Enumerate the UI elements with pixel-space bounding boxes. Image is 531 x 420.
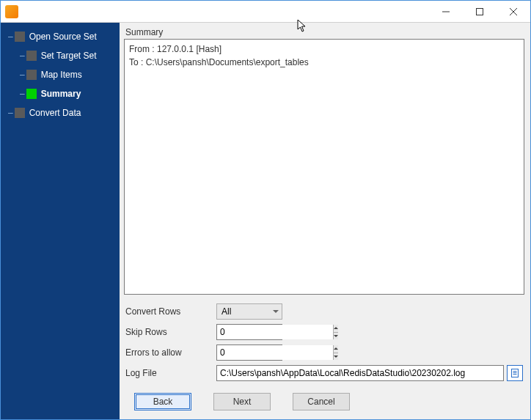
step-convert-data[interactable]: – Convert Data: [1, 103, 120, 122]
step-marker-icon: [26, 89, 37, 99]
document-icon: [510, 368, 520, 378]
step-open-source-set[interactable]: – Open Source Set: [1, 27, 120, 46]
convert-rows-select[interactable]: All: [216, 303, 282, 320]
summary-section-label: Summary: [125, 27, 524, 37]
browse-log-button[interactable]: [507, 365, 523, 381]
step-set-target-set[interactable]: – Set Target Set: [1, 46, 120, 65]
log-file-input[interactable]: [216, 365, 504, 381]
errors-input[interactable]: [217, 345, 333, 360]
skip-rows-spinner[interactable]: [216, 324, 282, 340]
maximize-button[interactable]: [463, 1, 497, 22]
step-summary[interactable]: – Summary: [1, 84, 120, 103]
chevron-down-icon: [273, 310, 279, 313]
skip-rows-label: Skip Rows: [125, 327, 216, 337]
svg-rect-1: [477, 8, 483, 15]
main-panel: Summary From : 127.0.0.1 [Hash] To : C:\…: [120, 23, 530, 419]
summary-to-line: To : C:\Users\pansh\Documents\export_tab…: [129, 57, 309, 67]
app-icon: [5, 5, 18, 18]
maximize-icon: [476, 8, 483, 15]
convert-rows-value: All: [221, 306, 231, 317]
wizard-button-row: Back Next Cancel: [124, 387, 524, 412]
chevron-down-icon: [334, 355, 338, 358]
chevron-up-icon: [334, 347, 338, 350]
convert-rows-label: Convert Rows: [125, 306, 216, 317]
summary-textarea[interactable]: From : 127.0.0.1 [Hash] To : C:\Users\pa…: [124, 39, 524, 295]
errors-label: Errors to allow: [125, 347, 216, 358]
close-button[interactable]: [497, 1, 530, 22]
step-label: Set Target Set: [41, 51, 97, 61]
titlebar: [1, 1, 530, 23]
step-map-items[interactable]: – Map Items: [1, 65, 120, 84]
step-label: Open Source Set: [29, 32, 97, 42]
step-label: Convert Data: [29, 108, 81, 118]
next-button[interactable]: Next: [213, 393, 271, 410]
log-file-label: Log File: [125, 368, 216, 378]
spinner-down-button[interactable]: [334, 333, 338, 340]
chevron-down-icon: [334, 335, 338, 337]
options-form: Convert Rows All Skip Rows: [124, 295, 524, 387]
wizard-window: – Open Source Set – Set Target Set – Map…: [0, 0, 531, 420]
body: – Open Source Set – Set Target Set – Map…: [1, 23, 530, 419]
step-label: Map Items: [41, 70, 82, 80]
chevron-up-icon: [334, 327, 338, 329]
minimize-button[interactable]: [429, 1, 463, 22]
cancel-button[interactable]: Cancel: [293, 393, 350, 410]
back-button[interactable]: Back: [134, 393, 191, 410]
minimize-icon: [442, 8, 450, 15]
spinner-up-button[interactable]: [334, 325, 338, 333]
close-icon: [510, 8, 517, 15]
errors-spinner[interactable]: [216, 345, 282, 361]
spinner-down-button[interactable]: [334, 353, 338, 361]
wizard-sidebar: – Open Source Set – Set Target Set – Map…: [1, 23, 120, 419]
step-marker-icon: [26, 51, 37, 61]
summary-from-line: From : 127.0.0.1 [Hash]: [129, 44, 221, 54]
step-marker-icon: [15, 32, 25, 42]
spinner-up-button[interactable]: [334, 345, 338, 353]
step-label: Summary: [41, 89, 81, 99]
step-marker-icon: [26, 70, 37, 80]
skip-rows-input[interactable]: [217, 325, 333, 339]
step-marker-icon: [15, 108, 25, 118]
